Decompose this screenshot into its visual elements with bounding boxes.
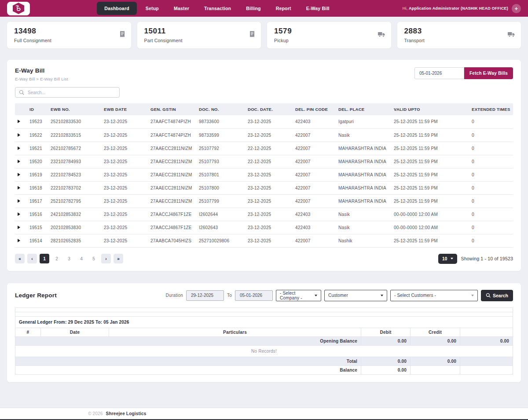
cell-id: 19517: [27, 194, 48, 208]
cell-doc-no: I2602643: [196, 221, 245, 234]
cell-valid-upto: 25-12-2025 11:59 PM: [391, 115, 469, 128]
cell-del-pin-code: 422007: [293, 128, 336, 142]
nav-item-master[interactable]: Master: [168, 2, 195, 15]
duration-to-input[interactable]: [235, 290, 273, 301]
brand-logo[interactable]: [7, 2, 30, 15]
cell-doc-no: 25107801: [196, 168, 245, 181]
ledger-search-button[interactable]: Search: [481, 290, 513, 301]
nav-item-report[interactable]: Report: [270, 2, 297, 15]
balance-value: 0.00: [361, 365, 411, 374]
cell-del-place: Nasik: [336, 128, 391, 142]
page-size-select[interactable]: 10: [438, 254, 457, 264]
cell-doc-no: 25107799: [196, 194, 245, 208]
expand-row-icon[interactable]: [18, 212, 20, 216]
cell-id: 19521: [27, 142, 48, 155]
table-row: 19523 252102833530 23-12-2025 27AAFCT487…: [15, 115, 513, 128]
expand-row-icon[interactable]: [18, 146, 20, 150]
cell-gen-gstin: 27AAFCT4874PIZH: [148, 115, 196, 128]
expand-row-icon[interactable]: [18, 120, 20, 123]
stat-card-part-consignment: 15011 Part Consignment: [137, 22, 261, 48]
duration-from-input[interactable]: [186, 290, 224, 301]
pager: « ‹ 1 2 3 4 5 › »: [15, 254, 123, 263]
cell-ewb-date: 23-12-2025: [101, 181, 148, 194]
duration-label: Duration: [166, 293, 183, 298]
cell-del-place: MAHARASHTRA INDIA: [336, 142, 391, 155]
nav-item-eway-bill[interactable]: E-Way Bill: [300, 2, 336, 15]
nav-item-transaction[interactable]: Transaction: [198, 2, 237, 15]
cell-ewb-date: 23-12-2025: [101, 221, 148, 234]
cell-gen-gstin: 27AAECC2811NIZM: [148, 155, 196, 168]
total-debit: 0.00: [361, 357, 411, 365]
total-label: Total: [15, 357, 361, 365]
column-header: Date: [41, 328, 109, 336]
prev-page-button[interactable]: ‹: [27, 254, 37, 263]
page-button-3[interactable]: 3: [64, 254, 74, 263]
party-type-select[interactable]: Customer: [324, 290, 387, 301]
customers-select[interactable]: - Select Customers -: [390, 290, 478, 301]
cell-del-place: MAHARASHTRA INDIA: [336, 155, 391, 168]
cell-doc-no: I2602644: [196, 208, 245, 221]
column-header: #: [15, 328, 41, 336]
column-header: EXTENDED TIMES: [469, 103, 513, 115]
cell-ewb-date: 23-12-2025: [101, 194, 148, 208]
expand-row-icon[interactable]: [18, 239, 20, 242]
column-header: DOC. DATE.: [245, 103, 293, 115]
page-button-1[interactable]: 1: [40, 254, 49, 263]
customers-select-value: - Select Customers -: [394, 293, 436, 298]
empty-cell: [460, 365, 513, 374]
expand-row-icon[interactable]: [18, 186, 20, 190]
stat-label: Full Consignment: [14, 38, 124, 43]
cell-valid-upto: 00-00-0000 12:00 AM: [391, 221, 469, 234]
receipt-icon: [120, 31, 125, 40]
expand-row-icon[interactable]: [18, 133, 20, 137]
cell-del-pin-code: 422403: [293, 208, 336, 221]
fetch-eway-bills-button[interactable]: Fetch E-Way Bills: [464, 67, 513, 79]
cell-doc-date: 23-12-2025: [245, 128, 293, 142]
search-icon: [19, 90, 24, 95]
table-row: 19516 242102853832 23-12-2025 27AACCJ486…: [15, 208, 513, 221]
user-greeting: Hi, Application Administrator (NASHIK HE…: [403, 6, 508, 11]
nav-item-setup[interactable]: Setup: [139, 2, 165, 15]
company-select[interactable]: - Select Company -: [276, 290, 321, 301]
table-row: 19515 202102853830 23-12-2025 27AACCJ486…: [15, 221, 513, 234]
cell-del-place: MAHARASHTRA INDIA: [336, 194, 391, 208]
table-row: 19517 252102782795 23-12-2025 27AAECC281…: [15, 194, 513, 208]
cell-del-pin-code: 422007: [293, 168, 336, 181]
cell-ewb-no: 252102782795: [48, 194, 101, 208]
cell-id: 19523: [27, 115, 48, 128]
page-button-5[interactable]: 5: [89, 254, 99, 263]
stat-value: 15011: [144, 27, 254, 36]
expand-row-icon[interactable]: [18, 173, 20, 176]
fetch-date-input[interactable]: [414, 67, 464, 79]
column-header: GEN. GSTIN: [148, 103, 196, 115]
page-button-4[interactable]: 4: [77, 254, 86, 263]
nav-item-dashboard[interactable]: Dashboard: [97, 2, 137, 15]
last-page-button[interactable]: »: [114, 254, 123, 263]
cell-gen-gstin: 27AACCJ4867F1ZE: [148, 208, 196, 221]
chevron-down-icon: [451, 258, 453, 259]
cell-gen-gstin: 27AAFCT4874PIZH: [148, 128, 196, 142]
add-user-icon[interactable]: +: [512, 4, 521, 13]
first-page-button[interactable]: «: [15, 254, 25, 263]
search-input[interactable]: [15, 87, 120, 98]
cell-doc-date: 23-12-2025: [245, 168, 293, 181]
cell-doc-date: 23-12-2025: [245, 221, 293, 234]
cell-id: 19515: [27, 221, 48, 234]
expand-row-icon[interactable]: [18, 199, 20, 203]
eway-bill-table: ID EWB NO. EWB DATE GEN. GSTIN DOC. NO. …: [15, 103, 513, 248]
empty-row: [15, 312, 513, 316]
expand-row-icon[interactable]: [18, 226, 20, 229]
next-page-button[interactable]: ›: [101, 254, 111, 263]
nav-item-billing[interactable]: Billing: [240, 2, 267, 15]
page-button-2[interactable]: 2: [52, 254, 62, 263]
cell-ewb-date: 23-12-2025: [101, 168, 148, 181]
opening-debit: 0.00: [361, 336, 411, 345]
cell-extended-times: 0: [469, 194, 513, 208]
eway-bill-panel: E-Way Bill E-Way Bill > E-Way Bill List …: [7, 60, 521, 271]
cell-doc-no: 252710029806: [196, 234, 245, 247]
pagination-summary: Showing 1 - 10 of 19523: [461, 256, 513, 261]
cell-del-pin-code: 422007: [293, 155, 336, 168]
footer-brand: Shreejee Logistics: [106, 411, 147, 416]
expand-row-icon[interactable]: [18, 160, 20, 163]
cell-id: 19522: [27, 128, 48, 142]
